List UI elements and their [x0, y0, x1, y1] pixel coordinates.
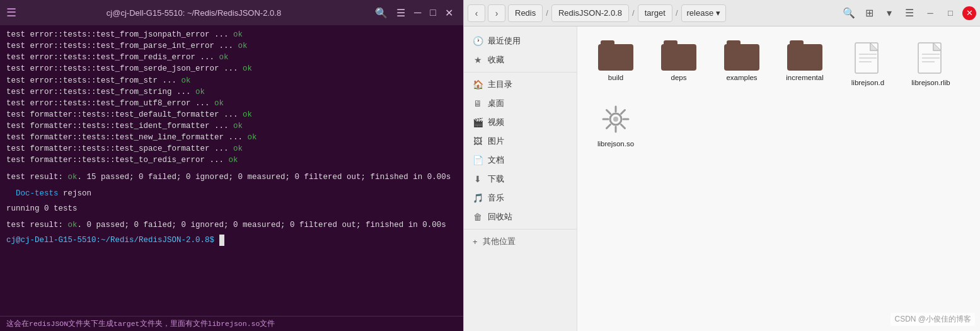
terminal-minimize-button[interactable]: ─ [410, 6, 425, 20]
sidebar-item-recent[interactable]: 🕐 最近使用 [464, 32, 577, 50]
terminal-prompt-line[interactable]: cj@cj-Dell-G15-5510:~/Redis/RedisJSON-2.… [6, 235, 457, 246]
star-icon: ★ [473, 55, 483, 65]
list-item[interactable]: examples [713, 37, 770, 91]
fm-sidebar: 🕐 最近使用 ★ 收藏 🏠 主目录 🖥 桌面 🎬 视频 🖼 [464, 26, 577, 331]
list-item[interactable]: deps [650, 37, 707, 91]
terminal-bottom-bar: 这会在redisJSON文件夹下生成target文件夹，里面有文件librejs… [0, 316, 463, 331]
file-icon [913, 40, 948, 76]
download-icon: ⬇ [473, 174, 483, 184]
svg-point-11 [613, 117, 618, 122]
sidebar-item-documents[interactable]: 📄 文档 [464, 151, 577, 170]
terminal-window-buttons: 🔍 ☰ ─ □ ✕ [371, 6, 457, 20]
terminal-line: test error::tests::test_from_redis_error… [6, 52, 457, 63]
file-name: deps [671, 73, 687, 83]
terminal-line: test error::tests::test_from_serde_json_… [6, 63, 457, 74]
home-icon: 🏠 [473, 79, 483, 90]
sidebar-item-other-locations[interactable]: + 其他位置 [464, 232, 577, 251]
sidebar-item-home[interactable]: 🏠 主目录 [464, 75, 577, 94]
svg-line-19 [607, 124, 611, 128]
breadcrumb-sep-3: / [675, 8, 679, 18]
list-item[interactable]: librejson.so [587, 98, 644, 153]
terminal-close-button[interactable]: ✕ [441, 6, 457, 20]
file-name: librejson.so [597, 139, 634, 149]
clock-icon: 🕐 [473, 36, 483, 46]
file-name: librejson.rlib [911, 78, 950, 88]
file-name: incremental [786, 73, 823, 83]
svg-line-18 [621, 110, 625, 113]
settings-icon [599, 103, 632, 136]
terminal-menu-button[interactable]: ☰ [393, 6, 409, 20]
filemanager-panel: ‹ › Redis / RedisJSON-2.0.8 / target / r… [463, 0, 980, 331]
terminal-result-line2: test result: ok. 0 passed; 0 failed; 0 i… [6, 219, 457, 231]
file-icon [850, 40, 885, 76]
terminal-line: test error::tests::test_from_string ... … [6, 86, 457, 98]
fm-breadcrumb-redis[interactable]: Redis [508, 4, 543, 22]
folder-icon [724, 40, 759, 71]
fm-list-view-button[interactable]: ⊞ [860, 4, 878, 22]
terminal-title: cj@cj-Dell-G15-5510: ~/Redis/RedisJSON-2… [16, 8, 371, 18]
fm-search-button[interactable]: 🔍 [840, 4, 858, 22]
music-icon: 🎵 [473, 193, 483, 203]
trash-icon: 🗑 [473, 212, 483, 222]
sidebar-item-videos[interactable]: 🎬 视频 [464, 113, 577, 132]
terminal-line: test formatter::tests::test_space_format… [6, 143, 457, 154]
fm-breadcrumb-release[interactable]: release ▾ [681, 4, 727, 22]
watermark: CSDN @小俊佳的博客 [891, 313, 975, 326]
sidebar-item-favorites[interactable]: ★ 收藏 [464, 50, 577, 69]
terminal-line: test error::tests::test_from_str ... ok [6, 75, 457, 86]
fm-back-button[interactable]: ‹ [468, 4, 485, 22]
file-name: build [608, 73, 623, 83]
terminal-line: test formatter::tests::test_to_redis_err… [6, 154, 457, 166]
terminal-line: test formatter::tests::test_ident_format… [6, 120, 457, 132]
fm-minimize-button[interactable]: ─ [922, 5, 938, 21]
fm-menu-button[interactable]: ☰ [901, 4, 918, 22]
sidebar-item-trash[interactable]: 🗑 回收站 [464, 207, 577, 226]
fm-close-button[interactable]: ✕ [962, 6, 976, 20]
terminal-line: test formatter::tests::test_new_line_for… [6, 132, 457, 143]
picture-icon: 🖼 [473, 136, 483, 146]
terminal-line: test error::tests::test_from_jsonpath_er… [6, 29, 457, 40]
list-item[interactable]: incremental [776, 37, 833, 91]
breadcrumb-sep-2: / [631, 8, 635, 18]
fm-breadcrumb-redisjson[interactable]: RedisJSON-2.0.8 [551, 4, 629, 22]
terminal-doc-tests-line: Doc-tests rejson [6, 188, 457, 199]
plus-icon: + [473, 237, 478, 247]
sidebar-divider-1 [464, 72, 577, 73]
video-icon: 🎬 [473, 117, 483, 127]
sidebar-item-downloads[interactable]: ⬇ 下载 [464, 170, 577, 189]
document-icon: 📄 [473, 155, 483, 165]
sidebar-item-desktop[interactable]: 🖥 桌面 [464, 94, 577, 113]
sidebar-item-music[interactable]: 🎵 音乐 [464, 189, 577, 207]
folder-icon [787, 40, 822, 71]
file-name: librejson.d [851, 78, 884, 88]
terminal-body: test error::tests::test_from_jsonpath_er… [0, 25, 463, 316]
terminal-left-btns: ☰ [6, 6, 16, 20]
fm-main: 🕐 最近使用 ★ 收藏 🏠 主目录 🖥 桌面 🎬 视频 🖼 [464, 26, 980, 331]
terminal-line: test error::tests::test_from_utf8_error … [6, 98, 457, 109]
terminal-line: test formatter::tests::test_default_form… [6, 109, 457, 120]
fm-view-dropdown-button[interactable]: ▾ [880, 4, 898, 22]
terminal-line: test error::tests::test_from_parse_int_e… [6, 40, 457, 52]
list-item[interactable]: librejson.d [839, 37, 896, 91]
list-item[interactable]: build [587, 37, 644, 91]
terminal-running-line: running 0 tests [6, 203, 457, 214]
fm-maximize-button[interactable]: □ [942, 5, 959, 21]
list-item[interactable]: librejson.rlib [902, 37, 959, 91]
fm-breadcrumb-target[interactable]: target [638, 4, 672, 22]
file-name: examples [726, 73, 757, 83]
fm-titlebar: ‹ › Redis / RedisJSON-2.0.8 / target / r… [464, 0, 980, 26]
terminal-search-button[interactable]: 🔍 [371, 6, 391, 20]
terminal-maximize-button[interactable]: □ [426, 6, 440, 20]
sidebar-item-pictures[interactable]: 🖼 图片 [464, 132, 577, 151]
sidebar-divider-2 [464, 229, 577, 229]
terminal-titlebar: ☰ cj@cj-Dell-G15-5510: ~/Redis/RedisJSON… [0, 0, 463, 25]
fm-forward-button[interactable]: › [488, 4, 505, 22]
svg-line-16 [607, 110, 611, 113]
folder-icon [598, 40, 633, 71]
svg-line-17 [621, 124, 625, 128]
desktop-icon: 🖥 [473, 98, 483, 108]
breadcrumb-sep-1: / [545, 8, 549, 18]
fm-content: build deps examples [577, 26, 980, 331]
document-file-icon [917, 42, 945, 74]
terminal-result-line: test result: ok. 15 passed; 0 failed; 0 … [6, 171, 457, 183]
